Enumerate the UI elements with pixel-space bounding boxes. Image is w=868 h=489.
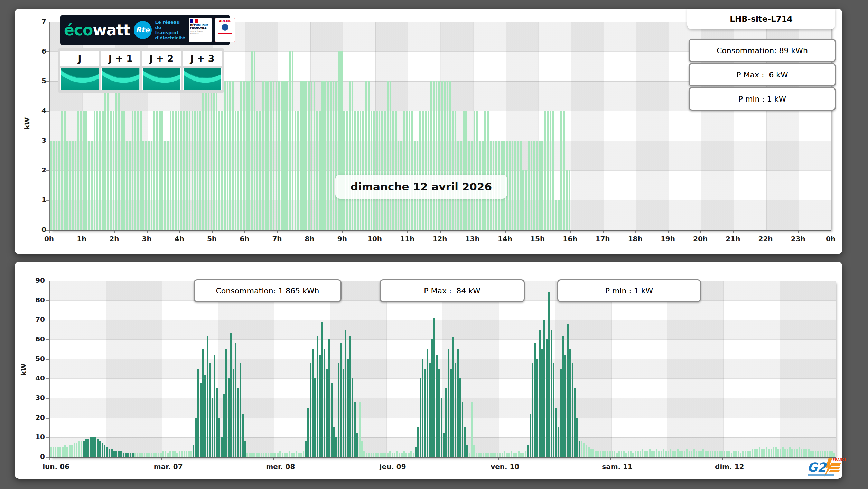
tab-day-j1[interactable]: J + 1: [101, 51, 140, 90]
weekly-baseline-bar: [710, 451, 711, 457]
weekly-baseline-bar: [274, 453, 276, 457]
daily-consumption-bar: [91, 141, 93, 230]
daily-consumption-bar: [295, 111, 296, 230]
weekly-baseline-bar: [515, 453, 517, 457]
y-tick-mark: [46, 281, 49, 281]
weekly-activity-bar: [237, 388, 239, 457]
weekly-baseline-bar: [413, 453, 414, 457]
x-tick-label: 0h: [810, 235, 851, 243]
weekly-baseline-bar: [670, 449, 672, 457]
weekly-baseline-bar: [179, 451, 180, 457]
tab-day-j2[interactable]: J + 2: [142, 51, 181, 90]
weekly-activity-bar: [429, 363, 431, 457]
daily-consumption-bar: [297, 111, 299, 230]
weekly-activity-bar: [214, 355, 215, 457]
weekly-baseline-bar: [300, 453, 302, 457]
weekly-baseline-bar: [410, 451, 412, 457]
y-tick-mark: [46, 320, 49, 320]
daily-consumption-bar: [302, 81, 304, 230]
x-tick-mark: [49, 231, 50, 233]
daily-consumption-bar: [455, 111, 456, 230]
weekly-baseline-bar: [144, 453, 146, 457]
weekly-baseline-bar: [801, 449, 802, 457]
daily-consumption-bar: [528, 141, 530, 230]
weekly-baseline-bar: [384, 453, 386, 457]
weekly-activity-bar: [242, 414, 244, 457]
weekly-baseline-bar: [588, 447, 590, 457]
tab-day-j3[interactable]: J + 3: [183, 51, 222, 90]
weekly-baseline-bar: [628, 451, 629, 457]
weekly-baseline-bar: [158, 453, 159, 457]
weekly-activity-bar: [335, 437, 337, 457]
y-tick-mark: [46, 51, 49, 52]
rf-label: RÉPUBLIQUEFRANÇAISE: [190, 24, 208, 30]
weekly-activity-bar: [197, 369, 199, 457]
weekly-baseline-bar: [756, 449, 758, 457]
daily-consumption-bar: [514, 141, 516, 230]
daily-consumption-bar: [267, 81, 269, 230]
ecowatt-signal-green-icon: [142, 68, 181, 90]
weekly-baseline-bar: [789, 447, 791, 457]
x-tick-mark: [505, 231, 506, 233]
daily-consumption-bar: [56, 141, 57, 230]
daily-consumption-bar: [153, 111, 155, 230]
daily-consumption-bar: [186, 111, 188, 230]
weekly-baseline-bar: [768, 449, 770, 457]
weekly-baseline-bar: [777, 449, 779, 457]
ecowatt-logo-banner: écowatt Rte Le réseau de transport d'éle…: [60, 15, 230, 45]
tab-day-j[interactable]: J: [60, 51, 99, 90]
weekly-baseline-bar: [160, 453, 162, 457]
daily-consumption-bar: [335, 81, 337, 230]
daily-consumption-bar: [216, 81, 217, 230]
weekly-baseline-bar: [749, 451, 751, 457]
weekly-baseline-bar: [298, 453, 300, 457]
weekly-baseline-bar: [258, 453, 260, 457]
daily-consumption-bar: [205, 81, 207, 230]
weekly-baseline-bar: [761, 449, 763, 457]
weekly-activity-bar: [527, 445, 529, 457]
weekly-baseline-bar: [62, 447, 64, 457]
y-tick-mark: [46, 200, 49, 201]
weekly-baseline-bar: [139, 453, 141, 457]
weekly-baseline-bar: [827, 451, 828, 457]
daily-consumption-bar: [292, 51, 293, 230]
daily-consumption-bar: [541, 141, 543, 230]
weekly-baseline-bar: [738, 451, 739, 457]
daily-consumption-bar: [452, 111, 454, 230]
daily-consumption-bar: [362, 111, 364, 230]
weekly-activity-bar: [321, 322, 323, 457]
x-tick-mark: [114, 231, 115, 233]
weekly-activity-bar: [307, 408, 309, 457]
weekly-activity-bar: [204, 375, 206, 457]
weekly-baseline-bar: [700, 451, 702, 457]
weekly-activity-bar: [113, 451, 115, 457]
daily-consumption-bar: [148, 141, 150, 230]
y-tick-mark: [46, 418, 49, 419]
daily-consumption-bar: [142, 141, 144, 230]
daily-pmin-box: P min : 1 kW: [689, 87, 836, 111]
weekly-activity-bar: [202, 349, 204, 457]
daily-consumption-bar: [134, 111, 136, 230]
weekly-baseline-bar: [653, 451, 655, 457]
daily-consumption-bar: [520, 141, 522, 230]
weekly-baseline-bar: [473, 445, 475, 457]
daily-consumption-bar: [484, 111, 486, 230]
weekly-baseline-bar: [492, 453, 494, 457]
weekly-baseline-bar: [600, 451, 601, 457]
rf-motto: Liberté Égalité Fraternité: [190, 30, 210, 35]
weekly-activity-bar: [347, 359, 349, 457]
weekly-baseline-bar: [394, 453, 395, 457]
ademe-subtext-lines: [218, 32, 232, 35]
x-tick-label: dim. 12: [709, 462, 750, 471]
x-tick-mark: [212, 231, 213, 233]
weekly-baseline-bar: [282, 453, 283, 457]
daily-consumption-bar: [213, 81, 215, 230]
weekly-baseline-bar: [64, 445, 66, 457]
y-tick-mark: [46, 339, 49, 340]
weekly-activity-bar: [445, 388, 447, 457]
daily-consumption-bar: [321, 81, 323, 230]
weekly-baseline-bar: [405, 453, 407, 457]
weekly-activity-bar: [354, 402, 356, 457]
x-tick-mark: [722, 458, 723, 460]
daily-consumption-bar: [126, 141, 128, 230]
